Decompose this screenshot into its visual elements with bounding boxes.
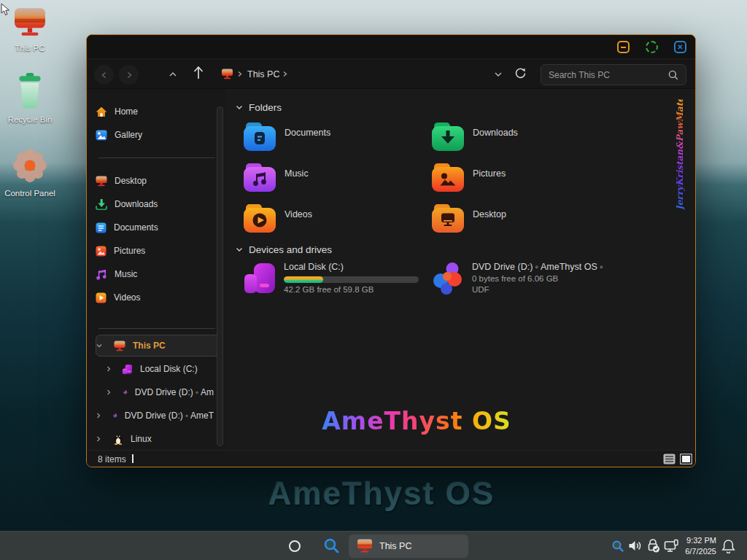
sidebar-item-pictures[interactable]: Pictures bbox=[96, 240, 214, 262]
folder-tile-label: Downloads bbox=[473, 128, 518, 158]
sidebar-divider bbox=[98, 158, 215, 158]
address-dropdown-button[interactable] bbox=[494, 71, 503, 77]
search-icon[interactable] bbox=[668, 70, 678, 80]
dvd-drive-icon bbox=[113, 410, 117, 421]
folder-tile-videos[interactable]: Videos bbox=[243, 203, 422, 239]
notifications-bell-icon[interactable] bbox=[721, 539, 735, 556]
sidebar-tree-label: DVD Drive (D:) ◦ Am bbox=[135, 387, 214, 397]
folder-tile-desktop[interactable]: Desktop bbox=[431, 203, 610, 239]
pictures-folder-icon bbox=[431, 162, 465, 192]
drive-name: Local Disk (C:) bbox=[284, 262, 419, 272]
sidebar-item-desktop[interactable]: Desktop bbox=[96, 170, 214, 192]
close-button[interactable]: ✕ bbox=[674, 41, 686, 53]
drive-info: DVD Drive (D:) ◦ AmeThyst OS ◦ 0 bytes f… bbox=[472, 262, 603, 295]
chevron-down-icon[interactable] bbox=[96, 343, 102, 348]
sidebar-item-videos[interactable]: Videos bbox=[96, 287, 214, 308]
documents-icon bbox=[96, 222, 107, 233]
desktop-icon-control-panel[interactable]: Control Panel bbox=[0, 148, 60, 198]
dvd-drive-icon bbox=[431, 262, 465, 295]
taskbar-clock[interactable]: 9:32 PM 6/7/2025 bbox=[678, 535, 716, 557]
volume-icon[interactable] bbox=[628, 540, 642, 555]
drive-tile-local-disk[interactable]: Local Disk (C:) 42.2 GB free of 59.8 GB bbox=[243, 262, 419, 295]
search-input[interactable] bbox=[549, 70, 668, 80]
refresh-icon bbox=[514, 67, 527, 79]
sidebar-item-gallery[interactable]: Gallery bbox=[96, 124, 214, 146]
search-box bbox=[541, 64, 686, 85]
disk-usage-bar bbox=[284, 276, 419, 283]
sidebar-item-home[interactable]: Home bbox=[96, 101, 214, 122]
sidebar-item-label: Documents bbox=[114, 222, 158, 233]
sidebar-item-downloads[interactable]: Downloads bbox=[96, 193, 214, 215]
videos-icon bbox=[96, 292, 107, 303]
wallpaper-watermark: AmeThyst OS bbox=[261, 475, 502, 512]
this-pc-icon bbox=[221, 69, 233, 79]
window-controls: ✕ bbox=[617, 41, 686, 53]
music-folder-icon bbox=[243, 162, 276, 192]
forward-button[interactable] bbox=[119, 65, 139, 85]
folder-tile-music[interactable]: Music bbox=[243, 162, 422, 198]
sidebar-tree-label: DVD Drive (D:) ◦ AmeT bbox=[125, 411, 214, 421]
forward-icon bbox=[125, 71, 133, 79]
disk-usage-fill bbox=[284, 276, 323, 283]
drive-free-space: 42.2 GB free of 59.8 GB bbox=[284, 285, 419, 294]
desktop-folder-icon bbox=[431, 203, 465, 233]
details-view-button[interactable] bbox=[663, 454, 676, 464]
desktop-icon-recycle-bin[interactable]: Recycle Bin bbox=[0, 73, 60, 124]
breadcrumb-this-pc[interactable]: This PC bbox=[247, 69, 279, 79]
navigation-bar: This PC bbox=[87, 59, 695, 89]
sidebar-tree-local-disk[interactable]: Local Disk (C:) bbox=[96, 358, 214, 380]
start-button[interactable] bbox=[289, 540, 301, 552]
display-device-icon[interactable] bbox=[664, 539, 679, 556]
titlebar[interactable]: ✕ bbox=[87, 35, 695, 59]
folder-tile-documents[interactable]: Documents bbox=[243, 121, 422, 158]
downloads-icon bbox=[96, 199, 107, 210]
clock-time: 9:32 PM bbox=[678, 535, 716, 546]
sidebar-item-label: Home bbox=[115, 106, 138, 117]
sidebar-tree-dvd-drive-2[interactable]: DVD Drive (D:) ◦ AmeT bbox=[96, 405, 214, 427]
sidebar-tree-linux[interactable]: Linux bbox=[96, 428, 214, 450]
desktop-icon-label: This PC bbox=[0, 44, 60, 52]
recent-locations-button[interactable] bbox=[169, 71, 177, 77]
downloads-folder-icon bbox=[431, 121, 465, 152]
taskbar-search-button[interactable] bbox=[323, 537, 340, 557]
desktop: This PC Recycle Bin Control Panel AmeThy… bbox=[0, 0, 747, 560]
taskbar: This PC bbox=[0, 531, 747, 560]
breadcrumb-separator-icon bbox=[237, 71, 242, 77]
control-panel-icon bbox=[12, 148, 47, 183]
folder-tile-downloads[interactable]: Downloads bbox=[431, 121, 610, 158]
large-icons-view-icon bbox=[680, 454, 692, 464]
taskbar-button-this-pc[interactable]: This PC bbox=[349, 534, 468, 558]
sidebar-item-music[interactable]: Music bbox=[96, 263, 214, 285]
refresh-button[interactable] bbox=[514, 67, 527, 79]
folders-section-header[interactable]: Folders bbox=[236, 102, 282, 113]
maximize-button[interactable] bbox=[646, 41, 658, 53]
up-button[interactable] bbox=[193, 66, 204, 80]
chevron-right-icon[interactable] bbox=[106, 366, 112, 372]
local-disk-icon bbox=[122, 364, 133, 375]
breadcrumb-separator-icon[interactable] bbox=[282, 71, 287, 77]
tray-search-icon[interactable] bbox=[611, 540, 624, 556]
close-icon: ✕ bbox=[677, 44, 683, 51]
desktop-icon-label: Control Panel bbox=[0, 189, 60, 198]
drive-name: DVD Drive (D:) ◦ AmeThyst OS ◦ bbox=[472, 262, 603, 272]
sidebar-tree-dvd-drive-1[interactable]: DVD Drive (D:) ◦ Am bbox=[96, 381, 214, 403]
folder-tile-pictures[interactable]: Pictures bbox=[431, 162, 610, 198]
folder-tile-label: Documents bbox=[285, 128, 330, 158]
chevron-right-icon[interactable] bbox=[96, 436, 101, 442]
sidebar: Home Gallery bbox=[87, 89, 225, 450]
sidebar-item-documents[interactable]: Documents bbox=[96, 217, 214, 238]
minimize-button[interactable] bbox=[617, 41, 630, 53]
devices-section-header[interactable]: Devices and drives bbox=[236, 244, 332, 255]
sidebar-scrollbar[interactable] bbox=[217, 106, 223, 446]
back-button[interactable] bbox=[94, 65, 114, 85]
local-disk-icon bbox=[243, 262, 276, 295]
sidebar-tree-this-pc[interactable]: This PC bbox=[96, 335, 220, 357]
large-icons-view-button[interactable] bbox=[680, 454, 692, 464]
item-count: 8 items bbox=[98, 454, 126, 464]
chevron-right-icon[interactable] bbox=[106, 389, 112, 395]
sidebar-tree-label: This PC bbox=[133, 341, 166, 351]
security-icon[interactable] bbox=[646, 538, 661, 556]
chevron-right-icon[interactable] bbox=[96, 413, 101, 419]
sidebar-item-label: Downloads bbox=[115, 199, 158, 209]
drive-tile-dvd[interactable]: DVD Drive (D:) ◦ AmeThyst OS ◦ 0 bytes f… bbox=[431, 262, 603, 295]
